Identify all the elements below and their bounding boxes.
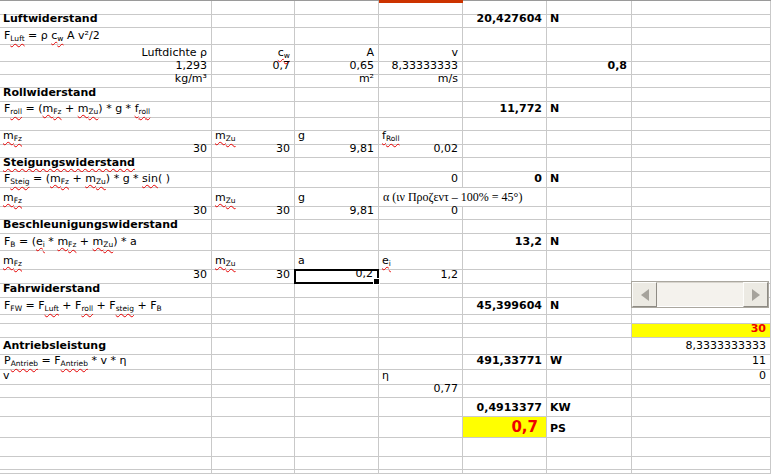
cell-text: 30 bbox=[276, 205, 290, 218]
value-0-8[interactable]: 0,8 bbox=[547, 62, 631, 74]
h-scrollbar[interactable] bbox=[631, 281, 769, 308]
unit-newton[interactable]: N bbox=[547, 15, 631, 27]
cell[interactable]: 30 bbox=[0, 207, 211, 219]
unit-kg-m3[interactable]: kg/m³ bbox=[0, 75, 211, 87]
cell[interactable]: 30 bbox=[212, 270, 294, 283]
cell-text: kg/m³ bbox=[175, 73, 207, 86]
sheet-row: Antriebsleistung8,3333333333 bbox=[0, 338, 771, 355]
formula-fragment: sin bbox=[142, 172, 158, 185]
header-a[interactable]: a bbox=[295, 251, 378, 269]
cell[interactable]: 9,81 bbox=[295, 207, 378, 219]
result-rollwiderstand[interactable]: 11,772 bbox=[463, 102, 546, 117]
cell-text: mZu bbox=[215, 192, 236, 205]
formula-fragment: Fz bbox=[14, 259, 22, 268]
formula-fragment: Fz bbox=[61, 177, 69, 186]
cell[interactable]: 0 bbox=[379, 172, 462, 187]
highlighted-value-30[interactable]: 30 bbox=[632, 324, 770, 337]
red-cell-border bbox=[379, 0, 463, 3]
value-cw[interactable]: 0,7 bbox=[212, 62, 294, 74]
section-title-steigungswiderstand[interactable]: Steigungswiderstand bbox=[0, 158, 211, 171]
value-8-3333333333[interactable]: 8,3333333333 bbox=[632, 338, 770, 354]
cell-text: 0 bbox=[759, 370, 766, 383]
formula-fragment: = bbox=[22, 299, 38, 312]
sheet-row: 1,2930,70,658,333333330,8 bbox=[0, 62, 771, 75]
header-mfz[interactable]: mFz bbox=[0, 251, 211, 269]
header-mzu[interactable]: mZu bbox=[212, 188, 294, 206]
formula-fragment: + bbox=[93, 299, 109, 312]
section-title-beschleunigungswiderstand[interactable]: Beschleunigungswiderstand bbox=[0, 220, 211, 233]
section-title-luftwiderstand[interactable]: Luftwiderstand bbox=[0, 15, 211, 27]
unit-ps[interactable]: PS bbox=[547, 417, 631, 437]
value-0[interactable]: 0 bbox=[632, 370, 770, 384]
formula-antriebsleistung[interactable]: PAntrieb = FAntrieb * v * η bbox=[1, 355, 132, 369]
result-fahrwiderstand[interactable]: 45,399604 bbox=[463, 298, 546, 314]
unit-m-s[interactable]: m/s bbox=[379, 75, 462, 87]
cell[interactable]: 30 bbox=[212, 207, 294, 219]
result-kw[interactable]: 0,4913377 bbox=[463, 398, 546, 416]
cell[interactable]: 30 bbox=[212, 145, 294, 157]
result-ps[interactable]: 0,7 bbox=[463, 417, 546, 437]
formula-beschleunigungswiderstand[interactable]: FB = (ei * mFz + mZu) * a bbox=[1, 234, 143, 250]
formula-fragment: Luft bbox=[10, 34, 24, 43]
formula-fragment: A v²/2 bbox=[63, 29, 99, 42]
cell[interactable]: 0,02 bbox=[379, 145, 462, 157]
value-eta[interactable]: 0,77 bbox=[379, 385, 462, 397]
formula-fahrwiderstand[interactable]: FFW = FLuft + Froll + Fsteig + FB bbox=[1, 298, 168, 314]
cell-text: g bbox=[298, 192, 305, 205]
header-mzu[interactable]: mZu bbox=[212, 251, 294, 269]
section-title-antriebsleistung[interactable]: Antriebsleistung bbox=[0, 338, 211, 354]
sheet-row: 30 bbox=[0, 324, 771, 338]
result-beschleunigungswiderstand[interactable]: 13,2 bbox=[463, 234, 546, 250]
sheet-row: Steigungswiderstand bbox=[0, 158, 771, 172]
formula-rollwiderstand[interactable]: Froll = (mFz + mZu) * g * froll bbox=[1, 102, 156, 117]
result-luftwiderstand[interactable]: 20,427604 bbox=[463, 15, 546, 27]
cell-text: PAntrieb = FAntrieb * v * η bbox=[4, 355, 126, 368]
cell-text: N bbox=[550, 236, 559, 249]
sheet-row: Froll = (mFz + mZu) * g * froll11,772N bbox=[0, 102, 771, 118]
formula-fragment: = ρ bbox=[25, 29, 52, 42]
formula-fragment: Antrieb bbox=[11, 359, 38, 368]
cell-text: FSteig = (mFz + mZu) * g * sin( ) bbox=[4, 173, 170, 186]
header-mfz[interactable]: mFz bbox=[0, 131, 211, 144]
formula-fragment: = ( bbox=[30, 172, 51, 185]
scroll-right-button[interactable] bbox=[743, 282, 768, 307]
unit-kw[interactable]: KW bbox=[547, 398, 631, 416]
cell-text: η bbox=[382, 370, 389, 383]
formula-fragment: * bbox=[45, 235, 58, 248]
result-steigungswiderstand[interactable]: 0 bbox=[463, 172, 546, 187]
cell[interactable]: 30 bbox=[0, 270, 211, 283]
cell[interactable]: 9,81 bbox=[295, 145, 378, 157]
formula-luftwiderstand[interactable]: FLuft = ρ cw A v²/2 bbox=[1, 28, 106, 44]
unit-newton[interactable]: N bbox=[547, 234, 631, 250]
section-title-fahrwiderstand[interactable]: Fahrwiderstand bbox=[0, 284, 211, 297]
cell-text: α (ιν Προζεντ – 100% = 45°) bbox=[383, 191, 522, 205]
header-ei[interactable]: ei bbox=[379, 251, 462, 269]
formula-fragment: ) * a bbox=[113, 235, 137, 248]
cell[interactable]: 0 bbox=[379, 207, 462, 219]
cell[interactable]: 1,2 bbox=[379, 270, 462, 283]
unit-newton[interactable]: N bbox=[547, 102, 631, 117]
unit-newton[interactable]: N bbox=[547, 298, 631, 314]
header-g[interactable]: g bbox=[295, 188, 378, 206]
sheet-row: mFzmZugα (ιν Προζεντ – 100% = 45°) bbox=[0, 188, 771, 207]
cell[interactable]: 30 bbox=[0, 145, 211, 157]
section-title-rollwiderstand[interactable]: Rollwiderstand bbox=[0, 88, 211, 101]
result-antriebsleistung[interactable]: 491,33771 bbox=[463, 355, 546, 369]
sheet-row: Luftdichte ρcwAv bbox=[0, 45, 771, 62]
formula-fragment: + bbox=[69, 172, 85, 185]
unit-watt[interactable]: W bbox=[547, 355, 631, 369]
header-v[interactable]: v bbox=[0, 370, 211, 384]
scroll-left-button[interactable] bbox=[632, 282, 657, 307]
unit-newton[interactable]: N bbox=[547, 172, 631, 187]
unit-m2[interactable]: m² bbox=[295, 75, 378, 87]
selected-cell[interactable]: 0,2 bbox=[294, 269, 379, 284]
cell-text: mFz bbox=[3, 192, 22, 205]
header-alpha[interactable]: α (ιν Προζεντ – 100% = 45°) bbox=[380, 188, 528, 206]
header-mfz[interactable]: mFz bbox=[0, 188, 211, 206]
formula-fragment: + bbox=[59, 299, 75, 312]
formula-steigungswiderstand[interactable]: FSteig = (mFz + mZu) * g * sin( ) bbox=[1, 172, 176, 187]
formula-fragment: P bbox=[4, 354, 11, 367]
sheet-row bbox=[0, 438, 771, 457]
scrollbar-track[interactable] bbox=[657, 282, 743, 307]
value-11[interactable]: 11 bbox=[632, 355, 770, 369]
